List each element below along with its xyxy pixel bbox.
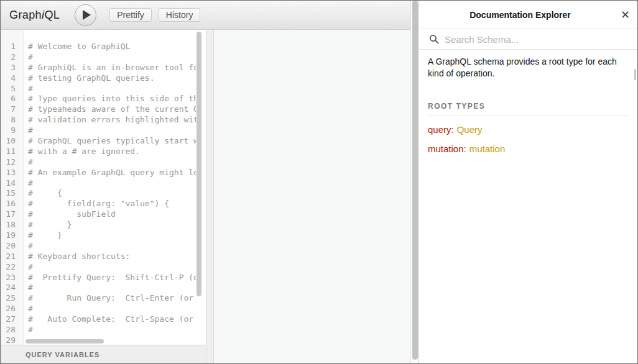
code-line: # Type queries into this side of the scr… bbox=[28, 94, 196, 104]
code-line: # validation errors highlighted within t… bbox=[28, 115, 196, 125]
doc-panel-scrollbar[interactable] bbox=[634, 69, 636, 80]
code-line: # bbox=[28, 241, 196, 252]
code-line: # GraphiQL is an in-browser tool for wri… bbox=[28, 63, 196, 73]
query-variables-title: QUERY VARIABLES bbox=[25, 351, 99, 358]
app-logo: GraphiQL bbox=[9, 9, 60, 22]
code-line: # bbox=[28, 157, 196, 168]
close-icon[interactable]: ✕ bbox=[621, 9, 630, 20]
schema-intro-text: A GraphQL schema provides a root type fo… bbox=[428, 56, 629, 80]
pane-resizer-handle[interactable] bbox=[206, 30, 214, 363]
line-number: 5 bbox=[1, 84, 23, 94]
execute-query-button[interactable] bbox=[75, 4, 96, 26]
code-line: # Welcome to GraphiQL bbox=[28, 42, 196, 52]
line-number: 21 bbox=[1, 252, 23, 262]
line-number: 6 bbox=[1, 94, 23, 104]
code-line: # Keyboard shortcuts: bbox=[28, 252, 196, 262]
line-number: 10 bbox=[1, 136, 23, 147]
code-line: # subField bbox=[28, 209, 196, 220]
code-line: # field(arg: "value") { bbox=[28, 199, 196, 209]
line-number: 27 bbox=[1, 314, 23, 325]
doc-explorer-panel: Documentation Explorer ✕ A GraphQL schem… bbox=[418, 1, 637, 363]
result-pane bbox=[214, 30, 410, 363]
line-number: 24 bbox=[1, 283, 23, 293]
code-line: # bbox=[28, 325, 196, 335]
line-number: 1 bbox=[1, 42, 23, 52]
code-line: # Run Query: Ctrl-Enter (or press the ru… bbox=[28, 293, 196, 304]
code-line: # Auto Complete: Ctrl-Space (or just sta… bbox=[28, 314, 196, 325]
line-number: 23 bbox=[1, 273, 23, 283]
logo-text: Graph bbox=[9, 9, 42, 21]
line-number: 22 bbox=[1, 262, 23, 273]
query-variables-header[interactable]: QUERY VARIABLES bbox=[1, 345, 206, 363]
line-number: 9 bbox=[1, 125, 23, 136]
line-number: 17 bbox=[1, 209, 23, 220]
code-line: # Prettify Query: Shift-Ctrl-P (or press… bbox=[28, 273, 196, 283]
code-line: # An example GraphQL query might look li… bbox=[28, 168, 196, 178]
editor-vertical-scrollbar[interactable] bbox=[196, 32, 201, 296]
graphiql-window: GraphiQL Prettify History 12345678910111… bbox=[0, 0, 638, 364]
line-number: 19 bbox=[1, 230, 23, 241]
graphiql-app: GraphiQL Prettify History 12345678910111… bbox=[1, 1, 418, 363]
root-types-category: ROOT TYPES query:Querymutation:mutation bbox=[428, 102, 629, 155]
doc-explorer-title: Documentation Explorer bbox=[469, 10, 571, 20]
line-number: 29 bbox=[1, 335, 23, 345]
line-numbers-gutter: 1234567891011121314151617181920212223242… bbox=[1, 30, 24, 345]
code-line: # bbox=[28, 283, 196, 293]
prettify-button[interactable]: Prettify bbox=[109, 8, 152, 22]
history-button[interactable]: History bbox=[159, 8, 201, 22]
root-type-row: query:Query bbox=[428, 124, 629, 135]
root-type-field-link[interactable]: mutation: bbox=[428, 143, 466, 154]
line-number: 14 bbox=[1, 178, 23, 189]
code-line: # bbox=[28, 125, 196, 136]
query-editor: 1234567891011121314151617181920212223242… bbox=[1, 30, 206, 345]
line-number: 11 bbox=[1, 147, 23, 157]
root-type-name-link[interactable]: mutation bbox=[469, 143, 506, 154]
line-number: 4 bbox=[1, 73, 23, 84]
editor-horizontal-scrollbar[interactable] bbox=[25, 339, 104, 344]
toolbar: GraphiQL Prettify History bbox=[1, 1, 418, 30]
window-scrollbar-thumb[interactable] bbox=[412, 1, 418, 360]
code-line: # bbox=[28, 304, 196, 314]
logo-text-end: QL bbox=[44, 9, 60, 21]
root-type-field-link[interactable]: query: bbox=[428, 124, 454, 135]
line-number: 3 bbox=[1, 63, 23, 73]
code-line: # } bbox=[28, 230, 196, 241]
code-line: # } bbox=[28, 220, 196, 230]
code-line: # with a # are ignored. bbox=[28, 147, 196, 157]
play-icon bbox=[83, 10, 91, 20]
line-number: 7 bbox=[1, 104, 23, 115]
code-line: # bbox=[28, 52, 196, 63]
line-number: 8 bbox=[1, 115, 23, 125]
editor-panes: 1234567891011121314151617181920212223242… bbox=[1, 30, 418, 363]
code-line: # bbox=[28, 262, 196, 273]
line-number: 26 bbox=[1, 304, 23, 314]
code-line: # bbox=[28, 178, 196, 189]
code-line: # typeaheads aware of the current GraphQ… bbox=[28, 104, 196, 115]
line-number: 28 bbox=[1, 325, 23, 335]
root-type-name-link[interactable]: Query bbox=[457, 124, 483, 135]
query-editor-pane: 1234567891011121314151617181920212223242… bbox=[1, 30, 206, 363]
search-schema-input[interactable] bbox=[445, 34, 627, 45]
line-number: 20 bbox=[1, 241, 23, 252]
line-number: 2 bbox=[1, 52, 23, 63]
doc-explorer-content: A GraphQL schema provides a root type fo… bbox=[419, 50, 637, 155]
line-number: 13 bbox=[1, 168, 23, 178]
window-scrollbar[interactable] bbox=[410, 1, 418, 363]
line-number: 18 bbox=[1, 220, 23, 230]
search-icon bbox=[429, 34, 439, 44]
code-line: # testing GraphQL queries. bbox=[28, 73, 196, 84]
doc-explorer-header: Documentation Explorer ✕ bbox=[419, 1, 637, 29]
line-number: 16 bbox=[1, 199, 23, 209]
query-code-area[interactable]: # Welcome to GraphiQL## GraphiQL is an i… bbox=[24, 30, 197, 345]
code-line: # { bbox=[28, 188, 196, 199]
doc-search-bar bbox=[419, 29, 637, 50]
code-line: # bbox=[28, 84, 196, 94]
root-types-title: ROOT TYPES bbox=[428, 102, 629, 116]
line-number: 12 bbox=[1, 157, 23, 168]
code-line: # GraphQL queries typically start with a… bbox=[28, 136, 196, 147]
line-number: 15 bbox=[1, 188, 23, 199]
root-type-row: mutation:mutation bbox=[428, 143, 629, 155]
root-types-list: query:Querymutation:mutation bbox=[428, 124, 629, 155]
line-number: 25 bbox=[1, 293, 23, 304]
